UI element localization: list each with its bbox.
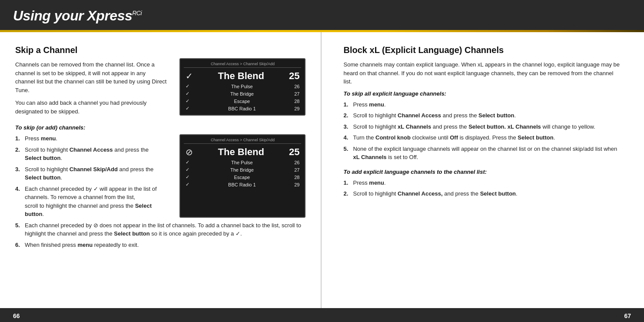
screen1-chnum-1: 25 [289, 70, 299, 82]
right-step1-2: 2. Scroll to highlight Channel Access an… [343, 111, 622, 120]
right-panel: Block xL (Explicit Language) Channels So… [322, 32, 644, 308]
right-step1-4: 4. Turn the Control knob clockwise until… [343, 133, 622, 142]
rstep4-content: Turn the Control knob clockwise until Of… [353, 133, 622, 142]
screen2-check-5: ✓ [186, 182, 189, 187]
left-step-5: 5. Each channel preceded by ⊘ does not a… [15, 221, 305, 238]
screen2-check-3: ✓ [186, 167, 189, 173]
screen1-check-4: ✓ [186, 98, 189, 104]
footer-page-left: 66 [13, 312, 20, 319]
step2-content: Scroll to highlight Channel Access and p… [25, 146, 166, 163]
screen1-check-2: ✓ [186, 83, 189, 89]
rstep2-content: Scroll to highlight Channel Access and p… [353, 111, 622, 120]
left-intro-text2: You can also add back a channel you had … [15, 99, 166, 116]
left-step-4: 4. Each channel preceded by ✓ will appea… [15, 185, 166, 219]
left-section-title: Skip a Channel [15, 45, 305, 55]
header-title-text: Using your Xpress [13, 8, 132, 23]
screen1-row-1: ✓ The Blend 25 [184, 70, 301, 83]
right-steps-list2: 1. Press menu. 2. Scroll to highlight Ch… [343, 179, 622, 198]
step5-num: 5. [15, 221, 25, 230]
screen2-chnum-1: 25 [289, 146, 299, 158]
left-steps-list-cont: 5. Each channel preceded by ⊘ does not a… [15, 221, 305, 249]
right-step2-2: 2. Scroll to highlight Channel Access, a… [343, 189, 622, 198]
rstep5-num: 5. [343, 145, 353, 153]
footer-page-right: 67 [624, 312, 631, 319]
screen2-row-3: ✓ The Bridge 27 [184, 166, 301, 173]
step4-num: 4. [15, 185, 25, 193]
screen-mockup-1: Channel Access > Channel Skip/Add ✓ The … [179, 58, 305, 116]
left-step-6: 6. When finished press menu repeatedly t… [15, 241, 305, 249]
step5-content: Each channel preceded by ⊘ does not appe… [25, 221, 305, 238]
screen2-row-2: ✓ The Pulse 26 [184, 159, 301, 166]
screen1-chname-1: The Blend [218, 70, 264, 82]
right-italic-heading2: To add explicit language channels to the… [343, 169, 622, 175]
screen1-chname-4: Escape [234, 99, 250, 104]
rstep3-num: 3. [343, 123, 353, 131]
header-superscript: RCi [132, 10, 142, 17]
rstep2-2-content: Scroll to highlight Channel Access, and … [353, 189, 622, 198]
screen1-check-3: ✓ [186, 91, 189, 96]
rstep1-num: 1. [343, 100, 353, 109]
left-intro-block: Channels can be removed from the channel… [15, 60, 166, 120]
screen2-row-4: ✓ Escape 28 [184, 173, 301, 181]
rstep3-content: Scroll to highlight xL Channels and pres… [353, 123, 622, 131]
step4-content: Each channel preceded by ✓ will appear i… [25, 185, 166, 219]
screen2-row-1: ⊘ The Blend 25 [184, 146, 301, 159]
left-steps-block: 1. Press menu. 2. Scroll to highlight Ch… [15, 134, 166, 221]
step3-content: Scroll to highlight Channel Skip/Add and… [25, 165, 166, 182]
left-step-1: 1. Press menu. [15, 134, 166, 143]
header: Using your XpressRCi [0, 0, 644, 30]
rstep2-2-num: 2. [343, 189, 353, 198]
screen1-row-4: ✓ Escape 28 [184, 97, 301, 105]
rstep1-content: Press menu. [353, 100, 622, 109]
screen-mockup-2: Channel Access > Channel Skip/Add ⊘ The … [179, 134, 305, 218]
step6-num: 6. [15, 241, 25, 249]
rstep2-1-content: Press menu. [353, 179, 622, 187]
screen2-chnum-2: 26 [294, 160, 299, 165]
screen1-chname-3: The Bridge [230, 91, 254, 96]
left-intro-text: Channels can be removed from the channel… [15, 60, 166, 94]
screen1-check-5: ✓ [186, 106, 189, 111]
screen1-row-3: ✓ The Bridge 27 [184, 90, 301, 97]
screen2-chname-4: Escape [234, 175, 250, 180]
header-title: Using your XpressRCi [13, 8, 142, 24]
screen2-chname-3: The Bridge [230, 167, 254, 173]
screen2-check-1: ⊘ [186, 147, 193, 157]
left-step-3: 3. Scroll to highlight Channel Skip/Add … [15, 165, 166, 182]
left-steps-list: 1. Press menu. 2. Scroll to highlight Ch… [15, 134, 166, 219]
rstep4-num: 4. [343, 133, 353, 142]
screen2-chname-2: The Pulse [231, 160, 253, 165]
rstep2-num: 2. [343, 111, 353, 120]
step3-num: 3. [15, 165, 25, 174]
right-step2-1: 1. Press menu. [343, 179, 622, 187]
screen2-chname-1: The Blend [218, 146, 264, 158]
screen2-chnum-5: 29 [294, 182, 299, 187]
step6-content: When finished press menu repeatedly to e… [25, 241, 305, 249]
screen1-check-1: ✓ [186, 71, 193, 81]
footer: 66 67 [0, 308, 644, 322]
right-step1-1: 1. Press menu. [343, 100, 622, 109]
right-intro-text: Some channels may contain explicit langu… [343, 60, 622, 86]
screen1-chnum-2: 26 [294, 84, 299, 89]
right-section-title: Block xL (Explicit Language) Channels [343, 45, 622, 55]
screen1-row-5: ✓ BBC Radio 1 29 [184, 105, 301, 112]
right-step1-5: 5. None of the explicit language channel… [343, 145, 622, 162]
main-content: Skip a Channel Channels can be removed f… [0, 32, 644, 308]
screen1-header: Channel Access > Channel Skip/Add [184, 62, 301, 68]
screen2-chnum-3: 27 [294, 167, 299, 173]
right-italic-heading1: To skip all explicit language channels: [343, 90, 622, 97]
screen2-header: Channel Access > Channel Skip/Add [184, 138, 301, 144]
screen2-check-2: ✓ [186, 159, 189, 165]
screen2-chnum-4: 28 [294, 175, 299, 180]
screen1-chnum-3: 27 [294, 91, 299, 96]
screen2-row-5: ✓ BBC Radio 1 29 [184, 181, 301, 188]
screen1-chnum-5: 29 [294, 106, 299, 111]
left-italic-heading: To skip (or add) channels: [15, 124, 305, 131]
rstep2-1-num: 1. [343, 179, 353, 187]
screen1-chname-5: BBC Radio 1 [228, 106, 256, 111]
screen1-chname-2: The Pulse [231, 84, 253, 89]
right-steps-list1: 1. Press menu. 2. Scroll to highlight Ch… [343, 100, 622, 162]
left-step-2: 2. Scroll to highlight Channel Access an… [15, 146, 166, 163]
left-panel: Skip a Channel Channels can be removed f… [0, 32, 321, 308]
rstep5-content: None of the explicit language channels w… [353, 145, 622, 162]
step2-num: 2. [15, 146, 25, 154]
